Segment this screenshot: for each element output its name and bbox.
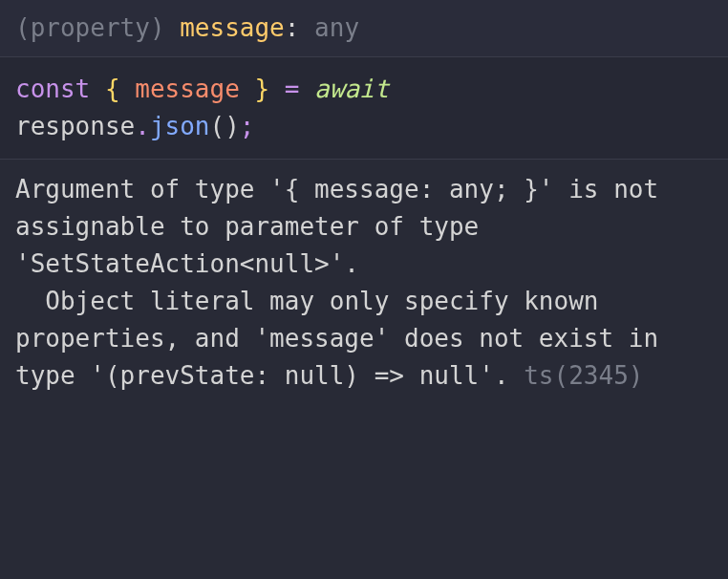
parens: ()	[210, 112, 240, 140]
error-message-section: Argument of type '{ message: any; }' is …	[0, 160, 728, 404]
open-brace: {	[90, 75, 135, 103]
code-snippet-section: const { message } = await response.json(…	[0, 57, 728, 160]
signature-section: (property) message: any	[0, 0, 728, 57]
response-ident: response	[15, 112, 135, 140]
code-line-2: response.json();	[15, 108, 713, 145]
await-keyword: await	[314, 75, 389, 103]
equals: =	[285, 75, 314, 103]
code-line-1: const { message } = await	[15, 71, 713, 108]
property-kind: (property)	[15, 13, 165, 42]
hover-tooltip: (property) message: any const { message …	[0, 0, 728, 404]
error-line-1: Argument of type '{ message: any; }' is …	[15, 175, 658, 278]
property-name: message	[180, 13, 285, 42]
semicolon: ;	[240, 112, 255, 140]
property-type: any	[314, 13, 359, 42]
close-brace: }	[240, 75, 285, 103]
const-keyword: const	[15, 75, 90, 103]
destructured-var: message	[135, 75, 240, 103]
error-code: ts(2345)	[524, 361, 643, 390]
colon: :	[285, 13, 300, 42]
dot: .	[135, 112, 150, 140]
json-method: json	[150, 112, 210, 140]
